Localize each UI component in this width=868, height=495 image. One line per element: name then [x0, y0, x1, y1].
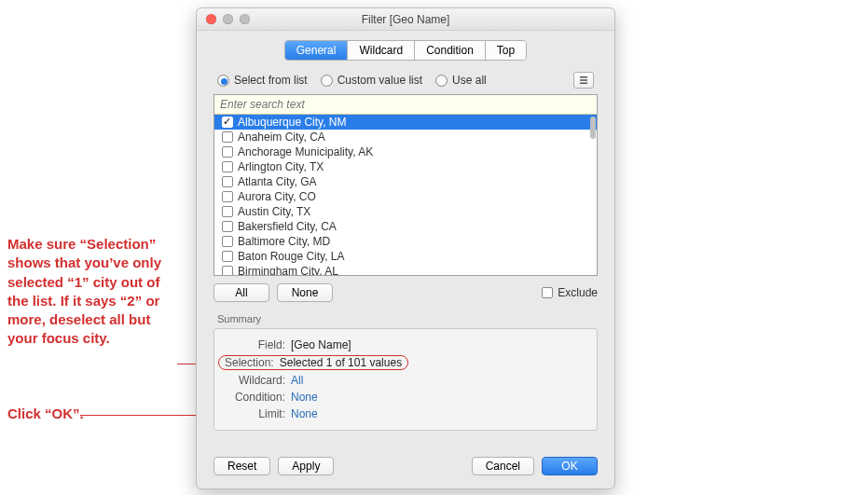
checkbox-icon: [222, 161, 233, 172]
list-item[interactable]: Birmingham City, AL: [214, 264, 597, 275]
summary-field-value: [Geo Name]: [291, 338, 351, 351]
list-item[interactable]: Arlington City, TX: [214, 159, 597, 174]
titlebar: Filter [Geo Name]: [197, 8, 614, 31]
list-item[interactable]: Baltimore City, MD: [214, 234, 597, 249]
list-item-label: Baltimore City, MD: [238, 235, 330, 249]
summary-condition-value: None: [291, 391, 318, 404]
checkbox-icon: [542, 287, 553, 298]
search-input[interactable]: [214, 95, 597, 114]
selection-highlight: Selection: Selected 1 of 101 values: [218, 355, 408, 370]
radio-label: Select from list: [234, 74, 308, 87]
list-item-label: Birmingham City, AL: [238, 265, 338, 276]
exclude-checkbox[interactable]: Exclude: [542, 286, 598, 299]
checkbox-icon: [222, 191, 233, 202]
radio-label: Use all: [452, 74, 487, 87]
summary-field-label: Field:: [224, 338, 291, 351]
svg-rect-1: [580, 79, 587, 81]
list-item-label: Aurora City, CO: [238, 190, 316, 204]
list-item[interactable]: Albuquerque City, NM: [214, 115, 597, 130]
apply-button[interactable]: Apply: [278, 457, 334, 475]
list-item[interactable]: Austin City, TX: [214, 204, 597, 219]
checkbox-icon: [222, 176, 233, 187]
svg-rect-0: [580, 76, 587, 78]
tab-condition[interactable]: Condition: [415, 41, 486, 60]
minimize-icon: [223, 14, 233, 24]
close-icon[interactable]: [206, 14, 216, 24]
radio-dot-icon: [217, 75, 229, 87]
tab-wildcard[interactable]: Wildcard: [348, 41, 415, 60]
checkbox-icon: [222, 251, 233, 262]
list-item-label: Atlanta City, GA: [238, 175, 316, 189]
list-item[interactable]: Anaheim City, CA: [214, 130, 597, 144]
summary-selection-value: Selected 1 of 101 values: [280, 356, 402, 369]
window-controls: [197, 14, 250, 24]
radio-label: Custom value list: [338, 74, 422, 87]
tab-general[interactable]: General: [285, 41, 349, 60]
list-item[interactable]: Anchorage Municipality, AK: [214, 144, 597, 159]
summary-limit-label: Limit:: [224, 407, 291, 420]
checkbox-icon: [222, 206, 233, 217]
list-item-label: Albuquerque City, NM: [238, 116, 347, 130]
reset-button[interactable]: Reset: [214, 457, 270, 475]
value-list: Albuquerque City, NMAnaheim City, CAAnch…: [214, 94, 598, 276]
checkbox-icon: [222, 266, 233, 275]
all-button[interactable]: All: [214, 283, 269, 302]
list-item-label: Bakersfield City, CA: [238, 220, 337, 234]
list-item[interactable]: Baton Rouge City, LA: [214, 249, 597, 264]
ok-button[interactable]: OK: [542, 457, 598, 475]
tab-control: General Wildcard Condition Top: [214, 40, 598, 61]
filter-dialog: Filter [Geo Name] General Wildcard Condi…: [196, 7, 615, 489]
svg-rect-2: [580, 83, 587, 85]
cancel-button[interactable]: Cancel: [472, 457, 534, 475]
checkbox-icon: [222, 221, 233, 232]
checkbox-icon: [222, 117, 233, 128]
list-item-label: Baton Rouge City, LA: [238, 250, 345, 264]
tab-top[interactable]: Top: [486, 41, 526, 60]
list-item[interactable]: Atlanta City, GA: [214, 174, 597, 189]
summary-heading: Summary: [217, 313, 598, 324]
list-item[interactable]: Bakersfield City, CA: [214, 219, 597, 234]
list-item-label: Anaheim City, CA: [238, 131, 325, 144]
radio-dot-icon: [435, 75, 448, 87]
list-viewport[interactable]: Albuquerque City, NMAnaheim City, CAAnch…: [214, 115, 597, 275]
radio-use-all[interactable]: Use all: [435, 74, 487, 87]
summary-wildcard-value: All: [291, 374, 303, 387]
menu-icon: [579, 76, 588, 85]
scrollbar-thumb[interactable]: [590, 117, 596, 139]
summary-wildcard-label: Wildcard:: [224, 374, 291, 387]
radio-select-from-list[interactable]: Select from list: [217, 74, 308, 87]
summary-box: Field: [Geo Name] Selection: Selected 1 …: [214, 328, 598, 431]
none-button[interactable]: None: [277, 283, 333, 302]
instruction-text-selection: Make sure “Selection” shows that you’ve …: [7, 235, 180, 349]
radio-custom-value-list[interactable]: Custom value list: [321, 74, 422, 87]
checkbox-icon: [222, 236, 233, 247]
list-item-label: Anchorage Municipality, AK: [238, 145, 373, 159]
summary-condition-label: Condition:: [224, 391, 291, 404]
checkbox-icon: [222, 146, 233, 158]
dialog-title: Filter [Geo Name]: [197, 13, 614, 26]
list-item[interactable]: Aurora City, CO: [214, 189, 597, 204]
list-item-label: Arlington City, TX: [238, 160, 324, 174]
exclude-label: Exclude: [558, 286, 598, 299]
zoom-icon: [240, 14, 250, 24]
radio-dot-icon: [321, 75, 333, 87]
options-menu-button[interactable]: [573, 72, 594, 89]
summary-selection-label: Selection:: [225, 356, 280, 369]
checkbox-icon: [222, 131, 233, 143]
list-item-label: Austin City, TX: [238, 205, 310, 219]
summary-limit-value: None: [291, 407, 318, 420]
